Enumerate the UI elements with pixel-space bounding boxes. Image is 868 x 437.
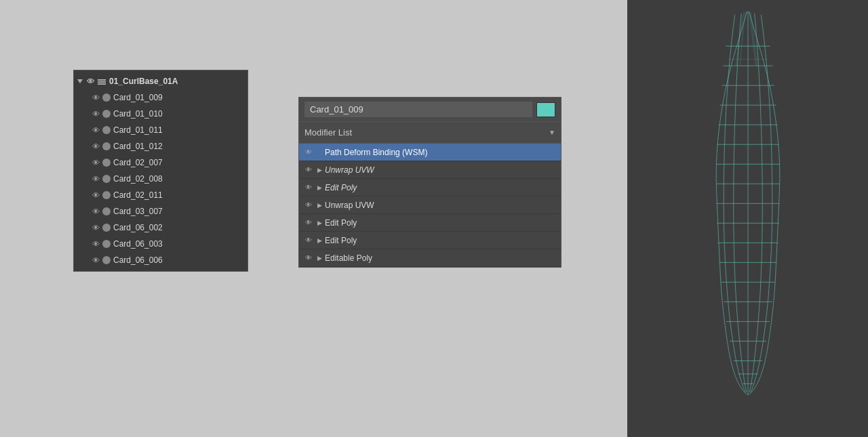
svg-rect-1 [98, 81, 106, 83]
scene-tree-child-item[interactable]: 👁 Card_01_011 [74, 122, 248, 138]
wireframe-svg [694, 7, 802, 413]
svg-rect-0 [98, 79, 106, 81]
child-type-icon [102, 240, 111, 248]
child-type-icon [102, 142, 111, 150]
child-item-label: Card_01_010 [113, 109, 163, 119]
modifier-label: Editable Poly [325, 253, 372, 263]
scene-tree-panel: 👁 01_CurlBase_01A 👁 Card_01_009 👁 Card_0… [73, 70, 248, 272]
modifier-item[interactable]: 👁▶Unwrap UVW [299, 161, 561, 179]
child-item-label: Card_02_007 [113, 158, 163, 167]
child-item-label: Card_03_007 [113, 207, 163, 216]
modifier-eye-icon[interactable]: 👁 [303, 200, 314, 211]
modifier-expand-icon[interactable]: ▶ [315, 184, 323, 192]
child-visibility-icon[interactable]: 👁 [90, 173, 101, 184]
modifier-eye-icon[interactable]: 👁 [303, 217, 314, 228]
layer-icon [97, 77, 106, 86]
modifier-eye-icon[interactable]: 👁 [303, 147, 314, 158]
scene-tree-child-item[interactable]: 👁 Card_02_011 [74, 187, 248, 203]
child-visibility-icon[interactable]: 👁 [90, 92, 101, 103]
modifier-label: Unwrap UVW [325, 165, 374, 175]
child-type-icon [102, 126, 111, 134]
child-visibility-icon[interactable]: 👁 [90, 125, 101, 136]
scene-tree-child-item[interactable]: 👁 Card_06_006 [74, 252, 248, 268]
scene-tree-child-item[interactable]: 👁 Card_02_007 [74, 154, 248, 171]
child-visibility-icon[interactable]: 👁 [90, 238, 101, 249]
scene-tree-child-item[interactable]: 👁 Card_03_007 [74, 203, 248, 220]
child-item-label: Card_06_006 [113, 255, 163, 265]
viewport-panel [627, 0, 868, 437]
child-type-icon [102, 159, 111, 167]
child-visibility-icon[interactable]: 👁 [90, 141, 101, 152]
child-item-label: Card_01_009 [113, 93, 163, 102]
scene-tree-child-item[interactable]: 👁 Card_06_002 [74, 220, 248, 236]
modifier-list-label: Modifier List [304, 127, 352, 138]
scene-tree-child-item[interactable]: 👁 Card_01_009 [74, 89, 248, 106]
child-visibility-icon[interactable]: 👁 [90, 108, 101, 119]
child-type-icon [102, 207, 111, 215]
child-type-icon [102, 110, 111, 118]
modifier-item[interactable]: 👁▶Unwrap UVW [299, 196, 561, 214]
scene-tree-children: 👁 Card_01_009 👁 Card_01_010 👁 Card_01_01… [74, 89, 248, 268]
expand-triangle-icon [77, 79, 83, 83]
child-visibility-icon[interactable]: 👁 [90, 255, 101, 266]
color-swatch[interactable] [536, 102, 555, 117]
child-item-label: Card_02_011 [113, 190, 163, 200]
modifier-label: Unwrap UVW [325, 201, 374, 210]
scene-tree-child-item[interactable]: 👁 Card_01_010 [74, 106, 248, 122]
modifier-list-header[interactable]: Modifier List ▼ [299, 122, 561, 144]
modifier-label: Path Deform Binding (WSM) [325, 148, 427, 157]
child-type-icon [102, 93, 111, 102]
modifier-eye-icon[interactable]: 👁 [303, 165, 314, 175]
parent-item-label: 01_CurlBase_01A [109, 77, 178, 86]
modifier-item[interactable]: 👁▶Edit Poly [299, 232, 561, 249]
child-visibility-icon[interactable]: 👁 [90, 206, 101, 217]
modifier-list-dropdown-arrow[interactable]: ▼ [549, 129, 555, 136]
child-visibility-icon[interactable]: 👁 [90, 222, 101, 233]
child-item-label: Card_06_002 [113, 223, 163, 232]
scene-tree-child-item[interactable]: 👁 Card_01_012 [74, 138, 248, 154]
modifier-item[interactable]: 👁Path Deform Binding (WSM) [299, 144, 561, 161]
modifier-label: Edit Poly [325, 236, 357, 245]
modifier-expand-icon[interactable]: ▶ [315, 219, 323, 227]
child-item-label: Card_02_008 [113, 174, 163, 184]
modifier-label: Edit Poly [325, 218, 357, 228]
modifier-expand-icon[interactable]: ▶ [315, 166, 323, 174]
child-type-icon [102, 224, 111, 232]
modifier-eye-icon[interactable]: 👁 [303, 235, 314, 246]
child-type-icon [102, 191, 111, 199]
scene-tree-parent-item[interactable]: 👁 01_CurlBase_01A [74, 73, 248, 89]
svg-rect-2 [98, 83, 106, 85]
modifier-expand-icon[interactable]: ▶ [315, 201, 323, 209]
modifier-eye-icon[interactable]: 👁 [303, 182, 314, 193]
modifier-panel: Modifier List ▼ 👁Path Deform Binding (WS… [298, 97, 561, 268]
modifier-item[interactable]: 👁▶Edit Poly [299, 214, 561, 232]
object-name-row [299, 98, 561, 122]
scene-tree-child-item[interactable]: 👁 Card_02_008 [74, 171, 248, 187]
modifier-expand-icon[interactable]: ▶ [315, 236, 323, 245]
modifier-expand-icon[interactable]: ▶ [315, 254, 323, 262]
modifier-label: Edit Poly [325, 183, 357, 192]
child-visibility-icon[interactable]: 👁 [90, 190, 101, 201]
modifier-item[interactable]: 👁▶Editable Poly [299, 249, 561, 267]
modifier-items-list: 👁Path Deform Binding (WSM)👁▶Unwrap UVW👁▶… [299, 144, 561, 267]
modifier-item[interactable]: 👁▶Edit Poly [299, 179, 561, 196]
visibility-icon[interactable]: 👁 [85, 76, 96, 87]
child-type-icon [102, 175, 111, 183]
modifier-eye-icon[interactable]: 👁 [303, 253, 314, 264]
child-item-label: Card_01_011 [113, 125, 163, 135]
modifier-no-expand [315, 148, 323, 157]
child-type-icon [102, 256, 111, 264]
scene-tree-child-item[interactable]: 👁 Card_06_003 [74, 236, 248, 252]
child-visibility-icon[interactable]: 👁 [90, 157, 101, 168]
child-item-label: Card_06_003 [113, 239, 163, 249]
child-item-label: Card_01_012 [113, 142, 163, 151]
object-name-input[interactable] [304, 102, 532, 117]
